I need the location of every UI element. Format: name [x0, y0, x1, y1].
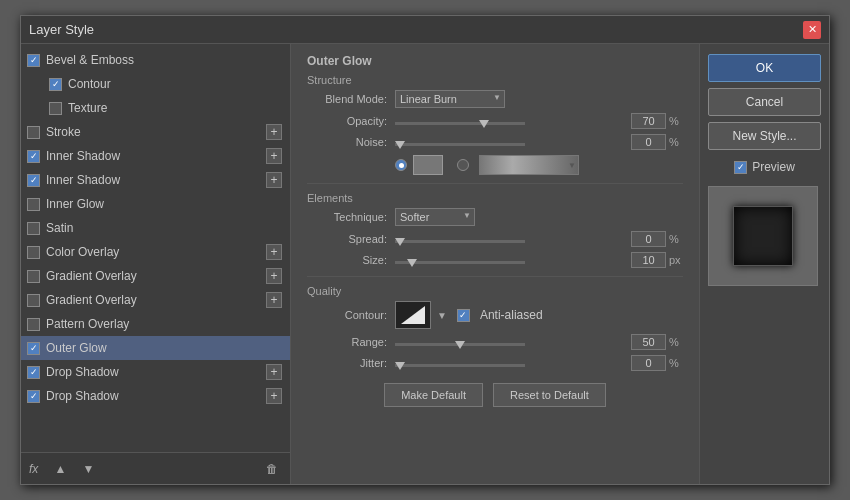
contour-preview[interactable] [395, 301, 431, 329]
checkbox-inner-glow[interactable] [27, 198, 40, 211]
layer-label-inner-shadow-2: Inner Shadow [46, 173, 262, 187]
jitter-row: Jitter: % [307, 355, 683, 371]
checkbox-texture[interactable] [49, 102, 62, 115]
layer-item-inner-shadow-2[interactable]: Inner Shadow + [21, 168, 290, 192]
size-value[interactable] [631, 252, 666, 268]
spread-label: Spread: [307, 233, 387, 245]
layer-item-pattern-overlay[interactable]: Pattern Overlay [21, 312, 290, 336]
layer-item-stroke[interactable]: Stroke + [21, 120, 290, 144]
move-down-button[interactable]: ▼ [78, 459, 98, 479]
noise-slider[interactable] [395, 143, 525, 146]
layer-item-drop-shadow-2[interactable]: Drop Shadow + [21, 384, 290, 408]
checkbox-drop-shadow-2[interactable] [27, 390, 40, 403]
size-unit: px [669, 254, 683, 266]
checkbox-drop-shadow-1[interactable] [27, 366, 40, 379]
layer-label-inner-shadow-1: Inner Shadow [46, 149, 262, 163]
plus-inner-shadow-2[interactable]: + [266, 172, 282, 188]
blend-mode-wrapper[interactable]: Normal Dissolve Multiply Screen Linear B… [395, 90, 505, 108]
contour-row: Contour: ▼ Anti-aliased [307, 301, 683, 329]
layer-item-color-overlay[interactable]: Color Overlay + [21, 240, 290, 264]
opacity-value[interactable] [631, 113, 666, 129]
move-up-button[interactable]: ▲ [50, 459, 70, 479]
delete-button[interactable]: 🗑 [262, 459, 282, 479]
layer-label-drop-shadow-1: Drop Shadow [46, 365, 262, 379]
technique-row: Technique: Softer Precise [307, 208, 683, 226]
plus-color-overlay[interactable]: + [266, 244, 282, 260]
noise-slider-container: % [395, 134, 683, 150]
preview-checkbox[interactable] [734, 161, 747, 174]
checkbox-gradient-overlay-1[interactable] [27, 270, 40, 283]
noise-value[interactable] [631, 134, 666, 150]
layer-item-gradient-overlay-2[interactable]: Gradient Overlay + [21, 288, 290, 312]
cancel-button[interactable]: Cancel [708, 88, 821, 116]
gradient-radio[interactable] [457, 159, 469, 171]
contour-dropdown-arrow[interactable]: ▼ [437, 310, 447, 321]
right-panel: OK Cancel New Style... Preview [699, 44, 829, 484]
dialog-body: Bevel & Emboss Contour Texture Stroke + … [21, 44, 829, 484]
blend-mode-select[interactable]: Normal Dissolve Multiply Screen Linear B… [395, 90, 505, 108]
solid-color-radio[interactable] [395, 159, 407, 171]
range-value[interactable] [631, 334, 666, 350]
jitter-unit: % [669, 357, 683, 369]
plus-stroke[interactable]: + [266, 124, 282, 140]
technique-wrapper[interactable]: Softer Precise [395, 208, 475, 226]
size-slider[interactable] [395, 261, 525, 264]
make-default-button[interactable]: Make Default [384, 383, 483, 407]
plus-gradient-overlay-2[interactable]: + [266, 292, 282, 308]
plus-inner-shadow-1[interactable]: + [266, 148, 282, 164]
preview-checkbox-row: Preview [708, 160, 821, 174]
checkbox-inner-shadow-1[interactable] [27, 150, 40, 163]
gradient-preview[interactable]: ▼ [479, 155, 579, 175]
layer-item-bevel-emboss[interactable]: Bevel & Emboss [21, 48, 290, 72]
main-panel: Outer Glow Structure Blend Mode: Normal … [291, 44, 699, 484]
checkbox-stroke[interactable] [27, 126, 40, 139]
layer-item-inner-shadow-1[interactable]: Inner Shadow + [21, 144, 290, 168]
layer-item-texture[interactable]: Texture [21, 96, 290, 120]
technique-select[interactable]: Softer Precise [395, 208, 475, 226]
plus-gradient-overlay-1[interactable]: + [266, 268, 282, 284]
checkbox-gradient-overlay-2[interactable] [27, 294, 40, 307]
checkbox-satin[interactable] [27, 222, 40, 235]
layer-item-contour[interactable]: Contour [21, 72, 290, 96]
close-button[interactable]: ✕ [803, 21, 821, 39]
layer-label-drop-shadow-2: Drop Shadow [46, 389, 262, 403]
range-row: Range: % [307, 334, 683, 350]
layer-item-inner-glow[interactable]: Inner Glow [21, 192, 290, 216]
anti-aliased-checkbox[interactable] [457, 309, 470, 322]
preview-label: Preview [752, 160, 795, 174]
layer-item-drop-shadow-1[interactable]: Drop Shadow + [21, 360, 290, 384]
checkbox-color-overlay[interactable] [27, 246, 40, 259]
checkbox-pattern-overlay[interactable] [27, 318, 40, 331]
checkbox-inner-shadow-2[interactable] [27, 174, 40, 187]
preview-inner [733, 206, 793, 266]
opacity-slider[interactable] [395, 122, 525, 125]
technique-label: Technique: [307, 211, 387, 223]
new-style-button[interactable]: New Style... [708, 122, 821, 150]
color-gradient-row: ▼ [307, 155, 683, 175]
checkbox-contour[interactable] [49, 78, 62, 91]
ok-button[interactable]: OK [708, 54, 821, 82]
layer-label-contour: Contour [68, 77, 282, 91]
range-slider-container: % [395, 334, 683, 350]
sub-title-structure: Structure [307, 74, 683, 86]
color-swatch[interactable] [413, 155, 443, 175]
layer-item-satin[interactable]: Satin [21, 216, 290, 240]
checkbox-outer-glow[interactable] [27, 342, 40, 355]
layer-item-outer-glow[interactable]: Outer Glow [21, 336, 290, 360]
layer-label-gradient-overlay-2: Gradient Overlay [46, 293, 262, 307]
spread-slider[interactable] [395, 240, 525, 243]
layer-label-gradient-overlay-1: Gradient Overlay [46, 269, 262, 283]
noise-unit: % [669, 136, 683, 148]
jitter-value[interactable] [631, 355, 666, 371]
spread-value[interactable] [631, 231, 666, 247]
checkbox-bevel-emboss[interactable] [27, 54, 40, 67]
jitter-slider[interactable] [395, 364, 525, 367]
layer-item-gradient-overlay-1[interactable]: Gradient Overlay + [21, 264, 290, 288]
action-buttons: Make Default Reset to Default [307, 383, 683, 407]
left-panel: Bevel & Emboss Contour Texture Stroke + … [21, 44, 291, 484]
layer-label-pattern-overlay: Pattern Overlay [46, 317, 282, 331]
reset-to-default-button[interactable]: Reset to Default [493, 383, 606, 407]
range-slider[interactable] [395, 343, 525, 346]
plus-drop-shadow-1[interactable]: + [266, 364, 282, 380]
plus-drop-shadow-2[interactable]: + [266, 388, 282, 404]
